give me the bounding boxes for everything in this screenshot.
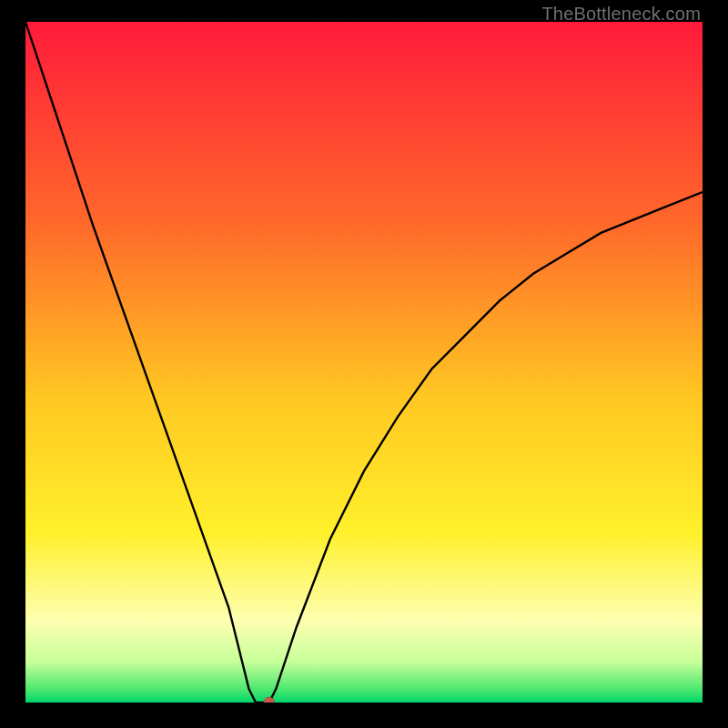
bottleneck-chart xyxy=(25,22,703,703)
chart-frame xyxy=(25,22,703,703)
gradient-background xyxy=(25,22,703,703)
